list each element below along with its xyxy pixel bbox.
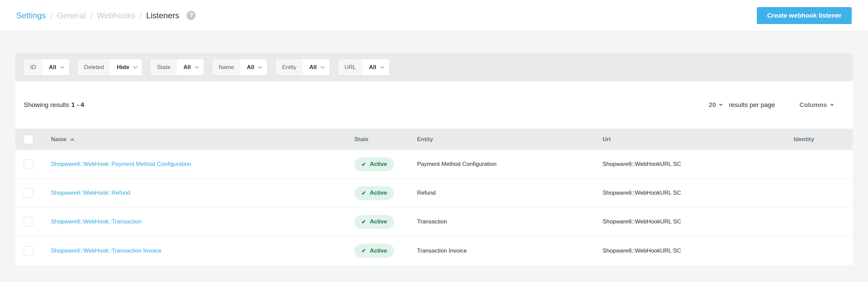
breadcrumb-separator: / (139, 11, 142, 20)
row-name-cell: Shopware6::WebHook::Transaction (51, 218, 354, 225)
filter-chip-label: Name (212, 59, 240, 75)
listener-name-link[interactable]: Shopware6::WebHook::Transaction (51, 218, 141, 225)
row-checkbox[interactable] (24, 246, 33, 256)
filter-chip[interactable]: URL All (338, 59, 389, 75)
row-url-cell: Shopware6::WebHookURL SC (603, 247, 794, 254)
status-badge: ✔ Active (354, 157, 394, 171)
top-bar: Settings / General / Webhooks / Listener… (0, 0, 868, 31)
filter-chip[interactable]: Entity All (276, 59, 330, 75)
row-url-cell: Shopware6::WebHookURL SC (603, 218, 794, 225)
row-checkbox[interactable] (24, 217, 33, 226)
create-webhook-listener-button[interactable]: Create webhook listener (757, 7, 852, 24)
content-card: Showing results 1 - 4 20 results per pag… (15, 81, 853, 265)
filter-chip[interactable]: Deleted Hide (78, 59, 142, 75)
breadcrumb-general[interactable]: General (57, 11, 85, 20)
row-name-cell: Shopware6::WebHook::Payment Method Confi… (51, 161, 354, 168)
table-header-identity[interactable]: Identity (794, 136, 853, 143)
breadcrumb-webhooks[interactable]: Webhooks (97, 11, 135, 20)
breadcrumb-listeners: Listeners (146, 11, 179, 20)
breadcrumb-separator: / (50, 11, 53, 20)
row-state-cell: ✔ Active (354, 244, 417, 258)
listener-name-link[interactable]: Shopware6::WebHook::Refund (51, 190, 130, 196)
table-row: Shopware6::WebHook::Transaction Invoice … (15, 236, 853, 265)
status-badge-label: Active (370, 218, 387, 225)
table-header-row: Name State Entity Url Identity (15, 129, 853, 150)
showing-results-text: Showing results (24, 101, 69, 109)
help-icon[interactable]: ? (186, 11, 196, 20)
row-checkbox-cell (15, 217, 51, 226)
check-icon: ✔ (361, 190, 366, 196)
showing-results-range: 1 - 4 (71, 101, 84, 109)
status-badge: ✔ Active (354, 215, 394, 229)
filter-chip-value[interactable]: All (177, 59, 204, 75)
table-header-entity[interactable]: Entity (417, 136, 603, 143)
per-page-label: results per page (729, 101, 775, 109)
per-page-value: 20 (709, 101, 716, 109)
status-badge-label: Active (370, 190, 387, 196)
filter-chip-value[interactable]: All (362, 59, 389, 75)
filter-bar: ID All Deleted Hide State All Name All E… (15, 53, 853, 81)
filter-chip-value-text: All (309, 64, 317, 71)
row-entity-cell: Transaction Invoice (417, 247, 603, 254)
column-header-name-label: Name (51, 136, 66, 143)
table-header-state[interactable]: State (354, 136, 417, 143)
filter-chip-value[interactable]: Hide (110, 59, 142, 75)
filter-chip-value[interactable]: All (303, 59, 330, 75)
listener-name-link[interactable]: Shopware6::WebHook::Payment Method Confi… (51, 161, 191, 168)
chevron-down-icon (133, 64, 137, 69)
chevron-down-icon (258, 64, 262, 69)
row-name-cell: Shopware6::WebHook::Transaction Invoice (51, 247, 354, 254)
results-bar: Showing results 1 - 4 20 results per pag… (15, 81, 853, 129)
status-badge: ✔ Active (354, 186, 394, 200)
row-name-cell: Shopware6::WebHook::Refund (51, 190, 354, 196)
table-row: Shopware6::WebHook::Payment Method Confi… (15, 150, 853, 179)
results-bar-controls: 20 results per page Columns (709, 101, 834, 109)
table-row: Shopware6::WebHook::Transaction ✔ Active… (15, 208, 853, 236)
row-state-cell: ✔ Active (354, 186, 417, 200)
filter-chip-label: Entity (276, 59, 303, 75)
triangle-down-icon (830, 104, 834, 106)
check-icon: ✔ (361, 247, 366, 254)
select-all-checkbox[interactable] (24, 135, 33, 144)
status-badge-label: Active (370, 161, 387, 168)
columns-dropdown[interactable]: Columns (800, 101, 834, 109)
triangle-down-icon (719, 104, 723, 106)
row-checkbox-cell (15, 246, 51, 256)
filter-chip-label: State (151, 59, 177, 75)
row-entity-cell: Payment Method Configuration (417, 161, 603, 168)
row-checkbox-cell (15, 159, 51, 169)
table-header-url[interactable]: Url (603, 136, 794, 143)
row-url-cell: Shopware6::WebHookURL SC (603, 190, 794, 196)
listener-name-link[interactable]: Shopware6::WebHook::Transaction Invoice (51, 247, 161, 254)
table-row: Shopware6::WebHook::Refund ✔ Active Refu… (15, 179, 853, 208)
table-header-name[interactable]: Name (51, 136, 354, 143)
filter-chip-value-text: All (369, 64, 376, 71)
table-header-checkbox-cell (15, 135, 51, 144)
filter-chip[interactable]: State All (151, 59, 203, 75)
status-badge-label: Active (370, 247, 387, 254)
chevron-down-icon (60, 64, 64, 69)
filter-chip-value-text: Hide (117, 64, 129, 71)
chevron-down-icon (195, 64, 199, 69)
row-checkbox[interactable] (24, 188, 33, 198)
filter-chip[interactable]: Name All (212, 59, 267, 75)
filter-chip-value[interactable]: All (42, 59, 69, 75)
sort-ascending-icon (70, 138, 74, 140)
per-page-dropdown[interactable]: 20 (709, 101, 723, 109)
filter-chip-value-text: All (247, 64, 254, 71)
row-state-cell: ✔ Active (354, 157, 417, 171)
row-entity-cell: Refund (417, 190, 603, 196)
breadcrumb-separator: / (90, 11, 93, 20)
breadcrumb: Settings / General / Webhooks / Listener… (16, 11, 196, 20)
filter-chip-value-text: All (49, 64, 56, 71)
filter-chip[interactable]: ID All (24, 59, 69, 75)
filter-chip-label: ID (24, 59, 42, 75)
chevron-down-icon (320, 64, 325, 69)
check-icon: ✔ (361, 161, 366, 168)
row-url-cell: Shopware6::WebHookURL SC (603, 161, 794, 168)
filter-chip-label: URL (338, 59, 362, 75)
filter-chip-value[interactable]: All (240, 59, 267, 75)
row-checkbox[interactable] (24, 159, 33, 169)
columns-label: Columns (800, 101, 827, 109)
breadcrumb-settings[interactable]: Settings (16, 11, 46, 20)
